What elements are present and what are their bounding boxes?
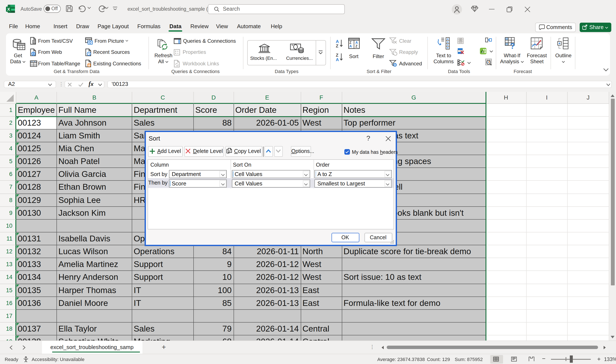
svg-text:?: ? xyxy=(510,41,515,50)
svg-text:A: A xyxy=(349,44,352,48)
svg-text:Z: Z xyxy=(349,40,351,44)
svg-text:Z: Z xyxy=(336,52,338,57)
svg-text:A: A xyxy=(336,39,339,44)
svg-text:J: J xyxy=(481,50,483,54)
svg-text:A: A xyxy=(355,40,358,44)
svg-text:Z: Z xyxy=(336,43,338,48)
svg-text:Z: Z xyxy=(355,44,357,48)
svg-text:X: X xyxy=(7,7,10,11)
svg-text:A: A xyxy=(336,57,339,61)
